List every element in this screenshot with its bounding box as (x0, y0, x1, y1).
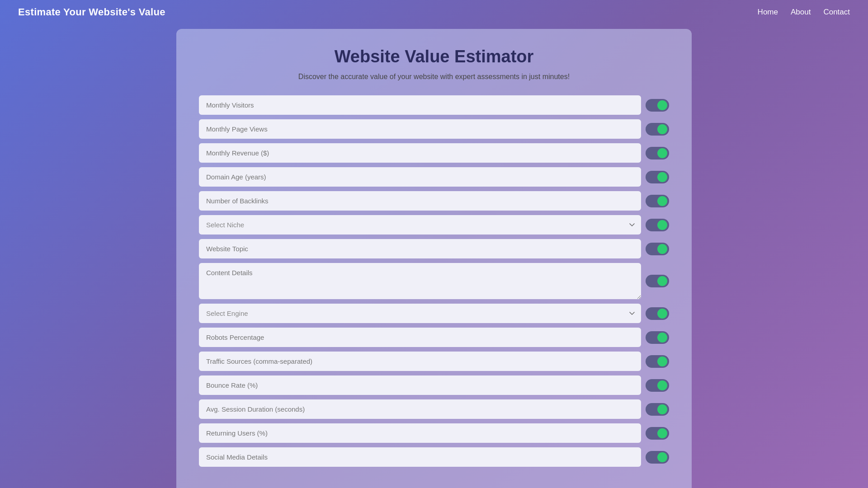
form-row-6 (199, 239, 669, 258)
nav-contact-link[interactable]: Contact (823, 8, 850, 17)
domain-age-input[interactable] (199, 167, 641, 187)
robots-percentage-input[interactable] (199, 328, 641, 347)
form-row-4 (199, 191, 669, 211)
toggle-4[interactable] (646, 195, 669, 207)
nav-about-link[interactable]: About (791, 8, 811, 17)
form-row-0 (199, 95, 669, 115)
monthly-visitors-input[interactable] (199, 95, 641, 115)
toggle-8[interactable] (646, 307, 669, 320)
form-row-8: Select EngineGoogleBingYahooDuckDuckGo (199, 304, 669, 323)
form-row-9 (199, 328, 669, 347)
traffic-sources-input[interactable] (199, 352, 641, 371)
form-row-13 (199, 423, 669, 443)
navbar: Estimate Your Website's Value Home About… (0, 0, 868, 24)
engine-select[interactable]: Select EngineGoogleBingYahooDuckDuckGo (199, 304, 641, 323)
nav-home-link[interactable]: Home (758, 8, 778, 17)
returning-users-input[interactable] (199, 423, 641, 443)
form-row-5: Select NicheTechnologyFinanceHealthEnter… (199, 215, 669, 235)
toggle-11[interactable] (646, 379, 669, 392)
form-row-11 (199, 375, 669, 395)
toggle-14[interactable] (646, 451, 669, 464)
form-row-2 (199, 143, 669, 163)
form-row-3 (199, 167, 669, 187)
toggle-0[interactable] (646, 99, 669, 112)
toggle-2[interactable] (646, 147, 669, 160)
form-row-1 (199, 119, 669, 139)
toggle-6[interactable] (646, 243, 669, 255)
nav-brand: Estimate Your Website's Value (18, 6, 165, 18)
toggle-1[interactable] (646, 123, 669, 136)
form-container: Select NicheTechnologyFinanceHealthEnter… (199, 95, 669, 467)
nav-links: Home About Contact (758, 8, 850, 17)
page-title: Website Value Estimator (199, 47, 669, 66)
form-row-14 (199, 447, 669, 467)
number-backlinks-input[interactable] (199, 191, 641, 211)
toggle-5[interactable] (646, 219, 669, 231)
niche-select[interactable]: Select NicheTechnologyFinanceHealthEnter… (199, 215, 641, 235)
content-details-textarea[interactable] (199, 263, 641, 299)
form-row-7 (199, 263, 669, 299)
toggle-10[interactable] (646, 355, 669, 368)
toggle-7[interactable] (646, 275, 669, 287)
toggle-12[interactable] (646, 403, 669, 416)
social-media-input[interactable] (199, 447, 641, 467)
toggle-3[interactable] (646, 171, 669, 183)
avg-session-duration-input[interactable] (199, 399, 641, 419)
bounce-rate-input[interactable] (199, 375, 641, 395)
form-row-12 (199, 399, 669, 419)
website-topic-input[interactable] (199, 239, 641, 258)
page-subtitle: Discover the accurate value of your webs… (199, 73, 669, 81)
form-row-10 (199, 352, 669, 371)
toggle-9[interactable] (646, 331, 669, 344)
main-card: Website Value Estimator Discover the acc… (176, 29, 692, 488)
monthly-revenue-input[interactable] (199, 143, 641, 163)
monthly-page-views-input[interactable] (199, 119, 641, 139)
toggle-13[interactable] (646, 427, 669, 440)
